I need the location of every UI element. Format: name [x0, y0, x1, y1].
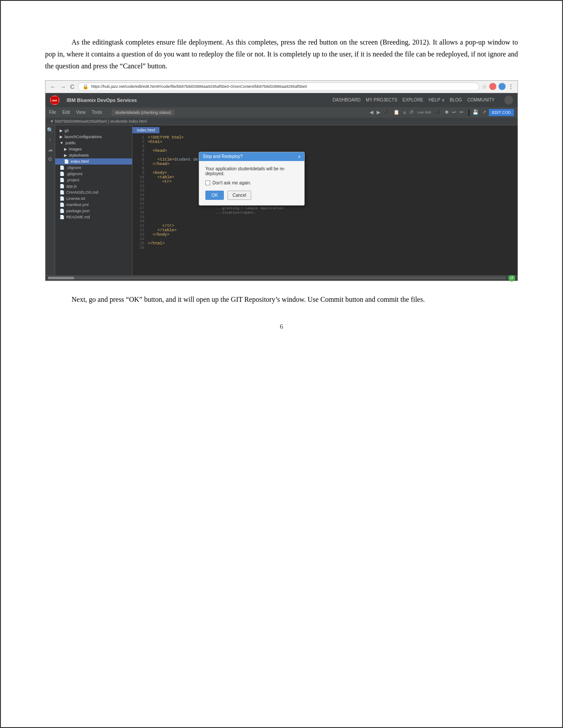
activity-search-icon[interactable]: 🔍 [47, 127, 53, 133]
toolbar-btn-5[interactable]: ≡ [402, 110, 407, 115]
sidebar-item-readme[interactable]: 📄 README.md [55, 214, 132, 220]
sidebar-item-public[interactable]: ▼ public [55, 140, 132, 146]
code-line-10: 10 <table> [132, 175, 518, 180]
activity-git-icon[interactable]: ⑂ [49, 137, 52, 143]
scrollbar-thumb[interactable] [48, 277, 74, 279]
line-num: 22 [135, 228, 144, 233]
line-code: <!DOCTYPE html> [148, 135, 184, 140]
file-icon-project: 📄 [60, 178, 64, 182]
toolbar-btn-7[interactable]: ⬛ [434, 109, 442, 115]
dialog-checkbox[interactable] [205, 180, 210, 185]
code-line-18: 18 ...lication</span>. [132, 210, 518, 215]
back-button[interactable]: ← [49, 83, 57, 90]
code-line-19: 19 [132, 215, 518, 219]
line-num: 24 [135, 237, 144, 241]
code-line-13: 13 [132, 188, 518, 193]
paragraph-2: Next, go and press “OK” button, and it w… [45, 293, 518, 305]
sidebar-item-images[interactable]: ▶ images [55, 146, 132, 152]
line-num: 16 [135, 202, 144, 206]
line-num: 18 [135, 210, 144, 215]
dialog-message: Your application studentdetails will be … [205, 166, 298, 176]
sidebar-item-gitignore[interactable]: 📄 .gitignore [55, 171, 132, 177]
sidebar-item-git[interactable]: ▶ git [55, 128, 132, 134]
toolbar-btn-8[interactable]: ✱ [444, 109, 450, 115]
dialog-checkbox-label: Don't ask me again. [212, 180, 251, 185]
menu-tools[interactable]: Tools [92, 110, 102, 115]
reload-icon[interactable]: ↺ [508, 274, 515, 281]
line-num: 4 [135, 149, 144, 153]
toolbar-btn-6[interactable]: ↺ [408, 109, 414, 115]
folder-arrow-launch: ▶ [60, 135, 63, 139]
dialog-cancel-button[interactable]: Cancel [227, 191, 251, 200]
nav-help[interactable]: HELP ∨ [429, 98, 445, 102]
toolbar-btn-9[interactable]: ↩ [451, 109, 457, 115]
activity-settings-icon[interactable]: ⚙ [48, 156, 53, 162]
line-num: 5 [135, 153, 144, 158]
toolbar-separator: Live Edit [417, 110, 431, 114]
firefox-icon [489, 83, 496, 90]
browser-icons: ☆ ⋮ [482, 83, 514, 90]
nav-dashboard[interactable]: DASHBOARD [333, 98, 360, 102]
ide-brand: IBM Bluemix DevOps Services [67, 98, 325, 103]
sidebar-item-manifest[interactable]: 📄 manifest.yml [55, 202, 132, 208]
sidebar-item-stylesheets[interactable]: ▶ stylesheets [55, 152, 132, 158]
line-num: 10 [135, 175, 144, 180]
ide-nav-links: DASHBOARD MY PROJECTS EXPLORE HELP ∨ BLO… [333, 98, 495, 102]
folder-arrow-stylesheets: ▶ [64, 153, 67, 158]
code-line-2: 2 <html> [132, 140, 518, 144]
svg-text:IBM: IBM [52, 99, 57, 102]
line-num: 15 [135, 197, 144, 202]
toolbar-save[interactable]: 💾 [472, 109, 480, 115]
sidebar-item-packagejson[interactable]: 📄 package.json [55, 208, 132, 214]
code-line-22: 22 </table> [132, 228, 518, 233]
scrollbar-track [48, 277, 506, 279]
code-line-6: 6 <title>Student details</title> [132, 158, 518, 162]
file-icon-gitignore: 📄 [60, 172, 64, 176]
sidebar-item-appjs[interactable]: 📄 app.js [55, 183, 132, 189]
editor-tab[interactable]: index.html [132, 127, 159, 133]
code-line-3: 3 [132, 144, 518, 149]
reload-button[interactable]: C [69, 83, 75, 90]
sidebar-item-indexhtml[interactable]: 📄 index.html [55, 158, 132, 165]
dialog-close-button[interactable]: × [298, 154, 301, 159]
toolbar-btn-2[interactable]: ▶ [376, 109, 381, 115]
nav-explore[interactable]: EXPLORE [403, 98, 423, 102]
toolbar-btn-3[interactable]: ⬛ [383, 109, 391, 115]
menu-view[interactable]: View [76, 110, 86, 115]
edit-code-button[interactable]: EDIT COD [489, 109, 514, 116]
file-icon-readme: 📄 [60, 215, 64, 219]
url-text: https://hub.jazz.net/code/edit/edit.html… [91, 84, 307, 89]
toolbar-btn-10[interactable]: ✏ [459, 109, 465, 115]
file-icon-packagejson: 📄 [60, 209, 64, 213]
nav-myprojects[interactable]: MY PROJECTS [366, 98, 397, 102]
page-number: 6 [45, 323, 518, 330]
star-icon[interactable]: ☆ [482, 83, 487, 90]
sidebar-item-clignore[interactable]: 📄 .clignore [55, 165, 132, 171]
toolbar-btn-11[interactable]: ↗ [481, 109, 487, 115]
more-icon[interactable]: ⋮ [508, 83, 514, 90]
line-num: 6 [135, 158, 144, 162]
dialog-ok-button[interactable]: OK [205, 191, 224, 200]
line-num: 20 [135, 219, 144, 224]
sidebar-item-launchconfigs[interactable]: ▶ launchConfigurations [55, 134, 132, 140]
code-line-24: 24 [132, 237, 518, 241]
code-line-17: 17 ...greeting = sample Application [132, 206, 518, 210]
code-line-25: 25 </html> [132, 241, 518, 246]
sidebar-item-changelog[interactable]: 📄 CHANGELOG.md [55, 189, 132, 195]
toolbar-btn-1[interactable]: ◀ [369, 109, 374, 115]
sidebar-item-license[interactable]: 📄 License.txt [55, 195, 132, 202]
line-num: 13 [135, 188, 144, 193]
menu-edit[interactable]: Edit [62, 110, 70, 115]
sidebar-item-project[interactable]: 📄 .project [55, 177, 132, 183]
dialog-body: Your application studentdetails will be … [199, 161, 304, 205]
nav-blog[interactable]: BLOG [450, 98, 462, 102]
line-code: </head> [148, 162, 170, 166]
forward-button[interactable]: → [59, 83, 67, 90]
menu-file[interactable]: File [49, 110, 56, 115]
toolbar-btn-4[interactable]: 📋 [393, 109, 401, 115]
url-bar[interactable]: 🔒 https://hub.jazz.net/code/edit/edit.ht… [78, 83, 479, 91]
line-num: 3 [135, 144, 144, 149]
file-tab[interactable]: studentdetails (checking status) [112, 109, 174, 116]
nav-community[interactable]: COMMUNITY [467, 98, 495, 102]
activity-deploy-icon[interactable]: ☁ [48, 146, 53, 153]
